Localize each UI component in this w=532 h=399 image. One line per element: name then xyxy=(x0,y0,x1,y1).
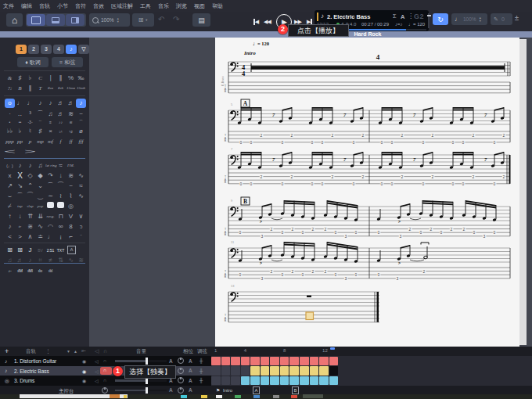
playhead-marker[interactable] xyxy=(330,347,335,350)
timeline-cell[interactable] xyxy=(289,376,299,386)
grid2-icon[interactable]: ⌗ xyxy=(35,256,45,265)
timeline-cell[interactable] xyxy=(241,376,250,386)
quindicesima-alta-icon[interactable]: 15ma xyxy=(66,84,76,93)
headphones-icon[interactable]: ∩ xyxy=(103,378,106,383)
metronome-control[interactable]: ♩ 100% ▲▼ xyxy=(451,13,487,25)
plus-minus-button[interactable]: ± xyxy=(515,14,519,22)
view-page-button[interactable] xyxy=(27,14,45,26)
go-start-button[interactable]: ◀ xyxy=(253,19,261,25)
marcato-icon[interactable]: > xyxy=(15,232,25,242)
duration-display-icon[interactable]: 2:51 xyxy=(45,246,56,255)
timeline-cell[interactable] xyxy=(231,376,240,386)
taskbar-icon-2[interactable] xyxy=(216,395,222,398)
note-duration-button[interactable]: ♪ xyxy=(76,99,86,108)
downstroke-icon[interactable]: ⊓ xyxy=(56,212,66,221)
solo-all-icon[interactable]: ∩ xyxy=(103,348,107,354)
thirtysecond-note-icon[interactable]: ♬ xyxy=(56,99,66,108)
bars-icon-1[interactable]: ılM xyxy=(15,266,25,275)
bend-icon[interactable]: ↷ xyxy=(45,171,56,181)
taskbar-icon-6[interactable] xyxy=(291,395,297,398)
section-marker-A[interactable]: A xyxy=(253,386,260,394)
tuplet3-icon[interactable]: -3- xyxy=(25,117,35,127)
half-note-icon[interactable]: ♩ xyxy=(15,99,25,108)
whole-note-button[interactable]: o xyxy=(5,99,15,108)
timeline-cell[interactable] xyxy=(231,366,240,376)
timeline-cell[interactable] xyxy=(250,357,260,366)
timeline-cell[interactable] xyxy=(280,357,289,366)
pan-automation[interactable]: A xyxy=(189,358,192,364)
pan-automation[interactable]: A xyxy=(189,368,192,373)
wave2-icon[interactable]: ∿ xyxy=(66,256,76,265)
sharp-icon[interactable]: ♯ xyxy=(35,127,45,136)
pan-knob[interactable] xyxy=(178,377,184,383)
flat-icon[interactable]: ♭ xyxy=(15,127,25,136)
dynamic-ff-icon[interactable]: ff xyxy=(66,137,76,146)
staccatissimo-icon[interactable]: •• xyxy=(15,117,25,127)
timeline-cell[interactable] xyxy=(310,357,319,366)
voice-button-1[interactable]: 1 xyxy=(16,45,27,54)
headphones-icon[interactable]: ∩ xyxy=(103,368,106,372)
fingering-icon[interactable]: ◎ xyxy=(66,202,76,211)
dynamic-pp-icon[interactable]: pp xyxy=(15,137,25,146)
menu-item-4[interactable]: 音符 xyxy=(75,2,86,10)
timeline-cell[interactable] xyxy=(300,376,309,386)
volume-handle[interactable] xyxy=(146,358,148,365)
pick-icon[interactable]: ∨ xyxy=(76,212,86,221)
track-row-3[interactable]: ◎3. Drums◉◁∩AA╫ xyxy=(0,376,211,386)
view-horizontal-button[interactable] xyxy=(46,14,65,26)
timeline-cell[interactable] xyxy=(300,366,309,376)
print-button[interactable]: ▤ xyxy=(192,13,210,27)
tap-icon[interactable]: tap xyxy=(15,202,25,211)
timeline-cell[interactable] xyxy=(300,357,309,366)
dynamic-fff-icon[interactable]: fff xyxy=(76,137,86,146)
track-row-2[interactable]: ♪2. Electric Bass◉◁∩AA╫ xyxy=(0,366,211,376)
left-hand-icon[interactable] xyxy=(45,202,56,211)
timeline-cell[interactable] xyxy=(241,357,250,366)
timeline-cell[interactable] xyxy=(270,357,279,366)
master-gain-knob[interactable] xyxy=(102,387,108,394)
timeline-cell[interactable] xyxy=(221,357,231,366)
timeline-cell[interactable] xyxy=(231,357,240,366)
repeat-icon[interactable]: % xyxy=(66,74,76,83)
vertical-scrollbar[interactable] xyxy=(519,39,527,345)
dead-note-big-icon[interactable]: X xyxy=(15,171,25,181)
dive-icon[interactable]: ↓ xyxy=(56,171,66,181)
wide-vibrato-icon[interactable]: ∿ xyxy=(76,171,86,181)
taskbar-active-app[interactable] xyxy=(303,394,323,398)
note2-icon[interactable]: ♪ xyxy=(25,256,35,265)
bars-icon-3[interactable]: ılıı xyxy=(35,266,45,275)
volume-slider[interactable] xyxy=(115,360,167,362)
time-sig-icon[interactable]: C xyxy=(35,74,45,83)
flat-natural-icon[interactable]: ♭♮ xyxy=(56,127,66,136)
loop-button[interactable]: ↻ xyxy=(433,13,448,25)
legato-slide-icon[interactable]: ⌒ xyxy=(45,182,56,191)
strum-up-icon[interactable]: ↑ xyxy=(5,212,15,221)
multivoice-button[interactable]: ♪ xyxy=(66,45,77,54)
timeline-cell[interactable] xyxy=(261,376,270,386)
timeline-cell[interactable] xyxy=(319,376,329,386)
timeline-cell[interactable] xyxy=(221,376,231,386)
trill-line-icon[interactable]: ~ xyxy=(66,182,76,191)
bass-clef-icon[interactable]: ?: xyxy=(5,84,15,93)
justify-icon[interactable]: J xyxy=(25,246,35,255)
accent-icon[interactable]: < xyxy=(5,232,15,242)
beam-group-icon[interactable]: ≡ xyxy=(45,117,56,127)
rehearsal-mark-icon[interactable]: A xyxy=(67,246,76,254)
timeline-cell[interactable] xyxy=(329,366,339,376)
tuning-icon[interactable]: ╫ xyxy=(200,378,203,383)
midi-icon[interactable]: ♫ xyxy=(5,256,15,265)
view-vertical-button[interactable] xyxy=(66,14,84,26)
menu-item-1[interactable]: 编辑 xyxy=(21,2,32,10)
double-barline-icon[interactable]: ∥ xyxy=(56,74,66,83)
neutral-clef-icon[interactable]: ∥ xyxy=(25,84,35,93)
timeline-cell[interactable] xyxy=(241,366,250,376)
mute-icon[interactable]: ◁ xyxy=(95,378,99,383)
sine-icon[interactable]: ∿ xyxy=(76,192,86,201)
fade-icon[interactable]: ♪ xyxy=(5,222,15,232)
menu-item-6[interactable]: 区域注解 xyxy=(111,2,133,10)
trill-icon[interactable]: tr xyxy=(15,222,25,232)
menu-item-5[interactable]: 音效 xyxy=(93,2,104,10)
volume-slider[interactable] xyxy=(115,379,167,382)
master-volume-handle[interactable] xyxy=(146,387,148,394)
timeline-cell[interactable] xyxy=(211,366,221,376)
